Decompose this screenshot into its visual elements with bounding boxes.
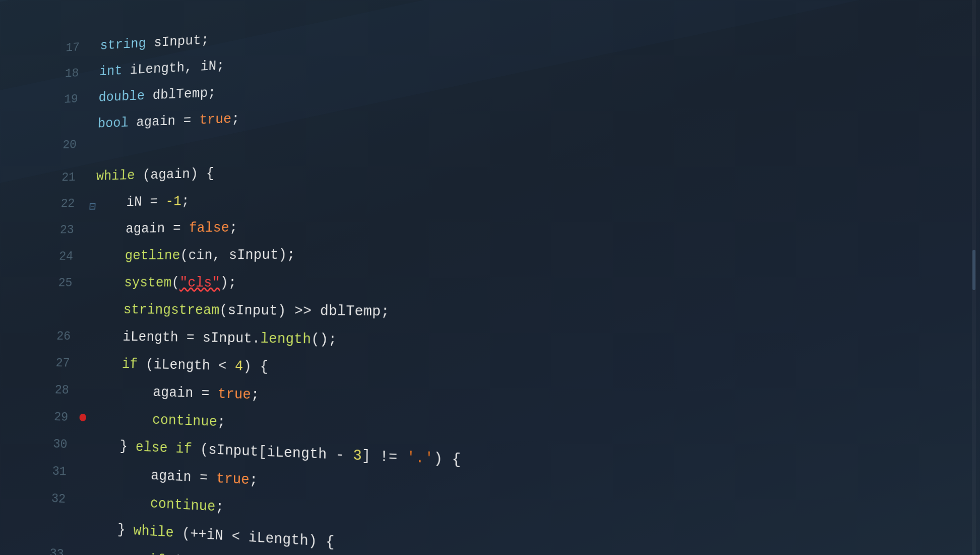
gutter-30 (76, 449, 88, 449)
gutter-17 (88, 49, 100, 50)
line-number-33: 33 (38, 545, 73, 555)
code-line-25: 25 system("cls"); (47, 267, 980, 300)
line-number-17: 17 (55, 40, 88, 56)
code-area: 17 string sInput; 18 int iLength, iN; 19… (39, 0, 980, 555)
line-number-24: 24 (48, 249, 82, 263)
code-editor: 17 string sInput; 18 int iLength, iN; 19… (0, 0, 980, 555)
line-number-28: 28 (44, 382, 78, 398)
fold-icon-22[interactable]: — (89, 203, 95, 210)
line-number-32b (39, 529, 73, 531)
scrollbar-thumb (972, 250, 975, 290)
line-content-25: system("cls"); (93, 267, 980, 300)
line-number-30: 30 (42, 436, 76, 452)
gutter-19 (86, 101, 99, 102)
breakpoint-29[interactable] (79, 414, 86, 421)
gutter-28 (77, 394, 90, 395)
code-container: 17 string sInput; 18 int iLength, iN; 19… (35, 0, 980, 555)
gutter-19b (85, 128, 98, 128)
gutter-31 (75, 476, 87, 476)
gutter-20 (85, 147, 97, 148)
gutter-27 (78, 367, 91, 367)
line-number-27: 27 (44, 356, 78, 371)
gutter-21 (84, 180, 96, 181)
line-number-25: 25 (47, 275, 81, 290)
line-number-23: 23 (49, 223, 83, 237)
line-number-18: 18 (54, 66, 87, 81)
line-number-19b (52, 128, 85, 129)
gutter-32b (73, 531, 86, 532)
gutter-29 (77, 414, 90, 422)
scrollbar[interactable] (972, 0, 976, 555)
line-number-19: 19 (53, 91, 86, 106)
line-number-22: 22 (50, 196, 83, 211)
line-number-32: 32 (40, 490, 75, 507)
line-number-25b (46, 313, 80, 313)
gutter-32 (74, 503, 87, 504)
line-number-20: 20 (51, 137, 85, 152)
line-number-31: 31 (41, 463, 75, 479)
line-number-29: 29 (43, 409, 77, 425)
line-number-21: 21 (50, 170, 84, 185)
line-number-26: 26 (45, 329, 79, 344)
gutter-18 (87, 75, 99, 76)
